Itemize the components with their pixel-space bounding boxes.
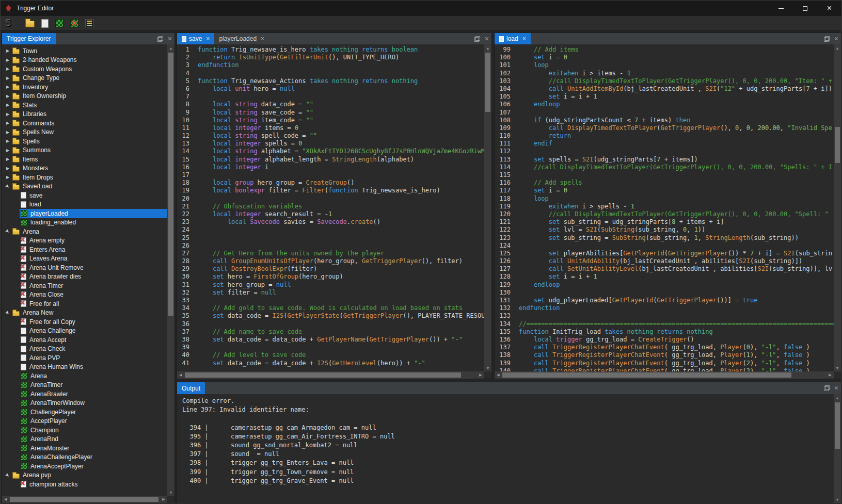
close-tab-icon[interactable]: × [261, 36, 264, 42]
tree-item-change-type[interactable]: ▶Change Type [2, 74, 167, 83]
scroll-down-icon[interactable]: ▼ [484, 364, 491, 371]
load-editor-horizontal-scrollbar[interactable]: ◀ ▶ [495, 371, 834, 379]
expand-arrow-icon[interactable]: ▶ [4, 130, 11, 135]
tree-item-arena[interactable]: ▶Arena [2, 227, 167, 236]
expand-arrow-icon[interactable]: ▶ [4, 166, 11, 171]
tree-item-item-ownership[interactable]: ▶Item Ownership [2, 92, 167, 101]
tree-item-2-handed-weapons[interactable]: ▶2-handed Weapons [2, 56, 167, 65]
open-folder-icon[interactable] [25, 21, 35, 27]
expand-arrow-icon[interactable]: ▶ [4, 58, 11, 62]
output-body[interactable]: Compile error.Line 397: Invalid identifi… [177, 394, 834, 503]
tree-item-arena-new[interactable]: ▶Arena New [2, 308, 167, 318]
tree-item-town[interactable]: ▶Town [2, 46, 167, 56]
expand-arrow-icon[interactable]: ▶ [4, 103, 11, 107]
scroll-right-icon[interactable]: ▶ [477, 371, 484, 379]
tree-item-loading-enabled[interactable]: loading_enabled [2, 218, 167, 227]
tab-load[interactable]: load × [495, 33, 531, 44]
close-panel-icon[interactable]: × [485, 35, 489, 42]
scroll-right-icon[interactable]: ▶ [827, 371, 834, 379]
tree-item-arena-pvp[interactable]: Arena PVP [2, 353, 167, 363]
tree-item-arenamonster[interactable]: ArenaMonster [2, 444, 167, 453]
expand-arrow-icon[interactable]: ▶ [4, 121, 11, 125]
expand-arrow-icon[interactable]: ▶ [4, 157, 11, 161]
collapse-arrow-icon[interactable]: ▶ [4, 308, 12, 317]
expand-arrow-icon[interactable]: ▶ [4, 175, 11, 180]
tab-output[interactable]: Output [177, 382, 205, 394]
expand-arrow-icon[interactable]: ▶ [4, 76, 11, 80]
scrollbar-thumb[interactable] [485, 53, 490, 112]
tree-item-summons[interactable]: ▶Summons [2, 146, 167, 155]
close-tab-icon[interactable]: × [522, 36, 526, 42]
tab-save[interactable]: save × [177, 33, 214, 44]
scroll-left-icon[interactable]: ◀ [177, 371, 184, 379]
scroll-up-icon[interactable]: ▲ [484, 44, 491, 52]
tree-item-arena-pvp[interactable]: ▶Arena pvp [2, 471, 167, 480]
trigger-tree[interactable]: ▶Town▶2-handed Weapons▶Custom Weapons▶Ch… [2, 44, 167, 496]
close-panel-icon[interactable]: × [168, 35, 172, 42]
float-panel-icon[interactable] [824, 385, 830, 391]
tab-playerloaded[interactable]: playerLoaded × [214, 33, 269, 44]
save-editor-horizontal-scrollbar[interactable]: ◀ ▶ [177, 371, 484, 379]
scroll-down-icon[interactable]: ▼ [834, 496, 841, 503]
tree-item-leaves-arena[interactable]: ×Leaves Arena [2, 254, 167, 264]
tree-item-champion-attacks[interactable]: ×champion attacks [2, 480, 167, 489]
scroll-up-icon[interactable]: ▲ [167, 44, 174, 52]
script-list-icon[interactable] [85, 19, 93, 27]
explorer-vertical-scrollbar[interactable]: ▲ ▼ [167, 44, 174, 496]
tree-item-arena-close[interactable]: ×Arena Close [2, 290, 167, 300]
tree-item-save[interactable]: save [2, 191, 167, 200]
scroll-left-icon[interactable]: ◀ [2, 496, 9, 503]
float-panel-icon[interactable] [157, 36, 163, 42]
tree-item-free-for-all[interactable]: ×Free for all [2, 299, 167, 308]
close-tab-icon[interactable]: × [206, 36, 210, 42]
float-panel-icon[interactable] [824, 36, 830, 42]
float-panel-icon[interactable] [474, 36, 480, 42]
tree-item-arenatimerwindow[interactable]: ArenaTimerWindow [2, 399, 167, 408]
close-button[interactable]: × [817, 1, 841, 16]
load-editor-vertical-scrollbar[interactable]: ▲ ▼ [834, 44, 841, 371]
tree-item-commands[interactable]: ▶Commands [2, 119, 167, 128]
scroll-up-icon[interactable]: ▲ [834, 44, 841, 52]
save-editor-vertical-scrollbar[interactable]: ▲ ▼ [484, 44, 491, 371]
scrollbar-thumb[interactable] [835, 402, 840, 449]
scrollbar-thumb[interactable] [502, 372, 791, 378]
minimize-button[interactable] [769, 1, 793, 16]
expand-arrow-icon[interactable]: ▶ [4, 94, 11, 99]
scroll-down-icon[interactable]: ▼ [167, 489, 174, 496]
tree-item-save-load[interactable]: ▶Save/Load [2, 182, 167, 191]
tree-item-champion[interactable]: Champion [2, 426, 167, 435]
tree-item-arenatimer[interactable]: ArenaTimer [2, 381, 167, 390]
tree-item-arena-accept[interactable]: Arena Accept [2, 335, 167, 345]
tree-item-arena-human-wins[interactable]: Arena Human Wins [2, 363, 167, 372]
tree-item-acceptplayer[interactable]: AcceptPlayer [2, 417, 167, 426]
tree-item-arena-check[interactable]: Arena Check [2, 345, 167, 354]
expand-arrow-icon[interactable]: ▶ [4, 139, 11, 143]
explorer-title-tab[interactable]: Trigger Explorer [2, 33, 56, 44]
tree-item-arena-empty[interactable]: ×Arena empty [2, 236, 167, 246]
tree-item-items[interactable]: ▶Items [2, 155, 167, 164]
scroll-down-icon[interactable]: ▼ [834, 364, 841, 371]
load-editor-body[interactable]: 99 // Add items100 set i = 0101 loop102 … [495, 44, 834, 371]
output-vertical-scrollbar[interactable]: ▲ ▼ [834, 394, 841, 503]
scroll-up-icon[interactable]: ▲ [834, 394, 841, 401]
tree-item-arena-challenge[interactable]: Arena Challenge [2, 327, 167, 336]
tree-item-stats[interactable]: ▶Stats [2, 101, 167, 110]
expand-arrow-icon[interactable]: ▶ [4, 48, 11, 53]
tree-item-playerloaded[interactable]: playerLoaded [2, 209, 167, 218]
tree-item-arena-brawler-dies[interactable]: ×Arena brawler dies [2, 272, 167, 282]
tree-item-custom-weapons[interactable]: ▶Custom Weapons [2, 64, 167, 74]
new-trigger-icon[interactable] [55, 19, 63, 27]
tree-item-load[interactable]: load [2, 200, 167, 209]
tree-item-spells[interactable]: ▶Spells [2, 137, 167, 146]
tree-item-arena-timer[interactable]: ×Arena Timer [2, 281, 167, 290]
tree-item-item-drops[interactable]: ▶Item Drops [2, 173, 167, 182]
scrollbar-thumb[interactable] [185, 372, 461, 378]
collapse-arrow-icon[interactable]: ▶ [4, 471, 12, 479]
new-file-icon[interactable] [41, 19, 49, 28]
tree-item-arenachallengeplayer[interactable]: ArenaChallengePlayer [2, 453, 167, 462]
disable-trigger-icon[interactable] [70, 19, 78, 27]
tree-item-arena-unit-remove[interactable]: ×Arena Unit Remove [2, 263, 167, 272]
tree-item-monsters[interactable]: ▶Monsters [2, 164, 167, 173]
expand-arrow-icon[interactable]: ▶ [4, 85, 11, 89]
maximize-button[interactable] [793, 1, 817, 16]
